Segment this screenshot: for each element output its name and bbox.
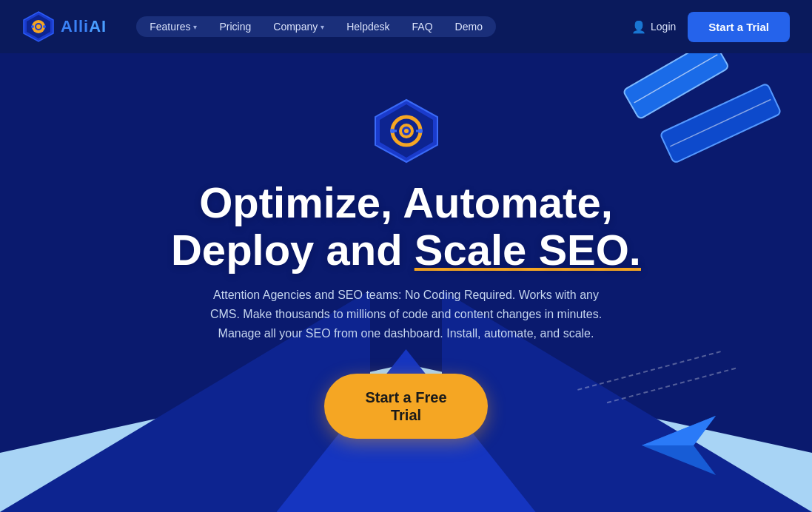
company-chevron: ▾ bbox=[321, 23, 324, 31]
nav-demo[interactable]: Demo bbox=[455, 21, 483, 33]
nav-pill: Features ▾ Pricing Company ▾ Helpdesk FA… bbox=[136, 16, 496, 37]
cta-button[interactable]: Start a Free Trial bbox=[324, 374, 487, 439]
svg-point-14 bbox=[43, 25, 46, 28]
svg-point-23 bbox=[390, 129, 395, 133]
hero-content: Optimize, Automate, Deploy and Scale SEO… bbox=[0, 53, 812, 439]
hero-logo-icon bbox=[373, 98, 440, 164]
logo-text: AlliAI bbox=[61, 17, 107, 36]
svg-point-12 bbox=[36, 24, 41, 29]
svg-point-24 bbox=[418, 129, 423, 133]
cta-line2: Trial bbox=[365, 406, 446, 424]
cta-line1: Start a Free bbox=[365, 388, 446, 406]
nav-faq[interactable]: FAQ bbox=[412, 21, 433, 33]
headline-underline: Scale SEO. bbox=[415, 226, 641, 274]
nav-pricing[interactable]: Pricing bbox=[219, 21, 251, 33]
user-icon: 👤 bbox=[631, 20, 646, 34]
logo-icon bbox=[22, 10, 55, 43]
svg-point-13 bbox=[31, 25, 34, 28]
features-chevron: ▾ bbox=[193, 23, 197, 31]
start-trial-button[interactable]: Start a Trial bbox=[688, 12, 790, 42]
navbar: AlliAI Features ▾ Pricing Company ▾ Help… bbox=[0, 0, 812, 53]
nav-company[interactable]: Company ▾ bbox=[273, 21, 324, 33]
nav-helpdesk[interactable]: Helpdesk bbox=[346, 21, 389, 33]
logo-area[interactable]: AlliAI bbox=[22, 10, 107, 43]
login-button[interactable]: 👤 Login bbox=[631, 20, 676, 34]
nav-features[interactable]: Features ▾ bbox=[150, 21, 197, 33]
headline-line2: Deploy and Scale SEO. bbox=[171, 226, 641, 274]
headline-line1: Optimize, Automate, bbox=[171, 179, 641, 226]
hero-subtext: Attention Agencies and SEO teams: No Cod… bbox=[199, 286, 614, 344]
nav-right: 👤 Login Start a Trial bbox=[631, 12, 790, 42]
nav-links: Features ▾ Pricing Company ▾ Helpdesk FA… bbox=[136, 16, 631, 37]
hero-headline: Optimize, Automate, Deploy and Scale SEO… bbox=[171, 179, 641, 274]
svg-point-20 bbox=[404, 129, 409, 133]
